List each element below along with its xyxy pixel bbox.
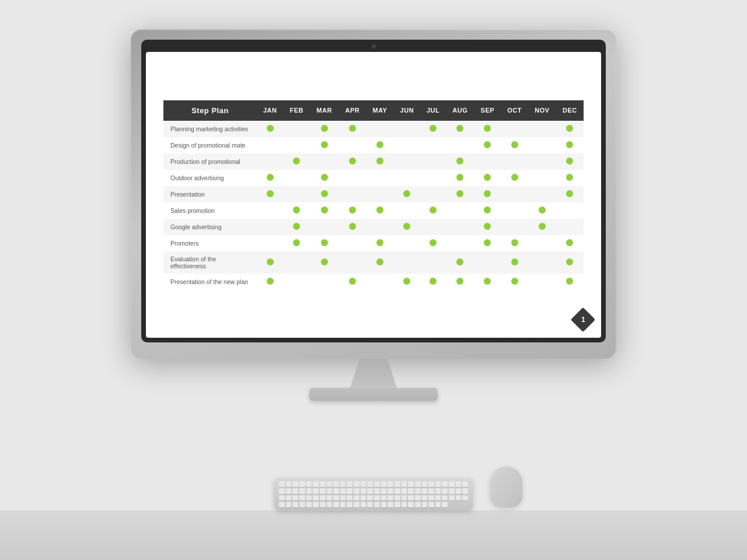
activity-dot: [456, 174, 463, 181]
mouse: [490, 467, 522, 508]
row-cell: [420, 235, 446, 251]
activity-dot: [456, 258, 463, 265]
activity-dot: [267, 174, 274, 181]
row-cell: [283, 153, 309, 170]
activity-dot: [321, 141, 328, 148]
row-cell: [310, 121, 338, 137]
activity-dot: [267, 258, 274, 265]
row-cell: [394, 219, 420, 235]
row-cell: [366, 186, 393, 202]
row-cell: [420, 153, 446, 170]
table-row: Promoters: [163, 235, 584, 251]
row-cell: [338, 170, 366, 186]
table-row: Google advertising: [163, 219, 584, 235]
row-cell: [446, 219, 474, 235]
activity-dot: [484, 141, 491, 148]
table-header-apr: APR: [338, 100, 366, 121]
row-cell: [501, 219, 528, 235]
row-cell: [528, 274, 556, 290]
row-cell: [394, 186, 420, 202]
activity-dot: [293, 239, 300, 246]
activity-dot: [267, 190, 274, 197]
page-number: 1: [581, 316, 585, 324]
row-cell: [501, 121, 528, 137]
row-cell: [556, 274, 584, 290]
row-cell: [528, 202, 556, 219]
row-cell: [556, 137, 584, 153]
monitor-stand-base: [309, 388, 438, 401]
activity-dot: [484, 239, 491, 246]
activity-dot: [456, 158, 463, 164]
activity-dot: [566, 141, 573, 148]
monitor-stand-neck: [350, 359, 397, 388]
table-header-sep: SEP: [474, 100, 501, 121]
screen: Step Plan JAN FEB MAR APR MAY JUN JUL AU…: [146, 52, 601, 338]
row-cell: [394, 153, 420, 170]
activity-dot: [539, 206, 546, 214]
activity-dot: [566, 174, 573, 181]
row-cell: [338, 137, 366, 153]
table-header-feb: FEB: [283, 100, 309, 121]
row-cell: [556, 153, 584, 170]
activity-dot: [484, 278, 491, 285]
activity-dot: [376, 158, 383, 164]
row-cell: [446, 186, 474, 202]
row-cell: [446, 170, 474, 186]
table-header-oct: OCT: [501, 100, 528, 121]
row-cell: [474, 137, 501, 153]
row-cell: [283, 121, 309, 137]
table-header-nov: NOV: [528, 100, 556, 121]
table-row: Presentation: [163, 186, 584, 202]
row-cell: [257, 186, 283, 202]
activity-dot: [321, 206, 328, 214]
activity-dot: [349, 206, 356, 214]
row-cell: [310, 153, 338, 170]
row-cell: [446, 274, 474, 290]
row-cell: [366, 219, 393, 235]
row-cell: [310, 251, 338, 274]
row-cell: [474, 274, 501, 290]
desk: [0, 510, 747, 560]
row-cell: [257, 137, 283, 153]
row-cell: [556, 219, 584, 235]
row-cell: [394, 170, 420, 186]
table-row: Sales promotion: [163, 202, 584, 219]
activity-dot: [566, 158, 573, 164]
row-cell: [501, 202, 528, 219]
table-header-dec: DEC: [556, 100, 584, 121]
row-cell: [528, 170, 556, 186]
row-cell: [257, 202, 283, 219]
activity-dot: [349, 125, 356, 132]
row-cell: [338, 274, 366, 290]
activity-dot: [321, 174, 328, 181]
row-cell: [501, 235, 528, 251]
activity-dot: [430, 206, 437, 214]
table-row: Planning marketing activities: [163, 121, 584, 137]
activity-dot: [430, 239, 437, 246]
row-cell: [420, 274, 446, 290]
monitor-bezel: Step Plan JAN FEB MAR APR MAY JUN JUL AU…: [141, 40, 606, 342]
row-label: Design of promotional mate: [163, 137, 257, 153]
row-label: Presentation of the new plan: [163, 274, 257, 290]
row-cell: [474, 202, 501, 219]
row-label: Outdoor advertising: [163, 170, 257, 186]
row-cell: [420, 202, 446, 219]
activity-dot: [511, 141, 518, 148]
row-cell: [556, 121, 584, 137]
activity-dot: [566, 125, 573, 132]
activity-dot: [566, 258, 573, 265]
row-cell: [283, 170, 309, 186]
activity-dot: [456, 190, 463, 197]
activity-dot: [376, 141, 383, 148]
row-label: Sales promotion: [163, 202, 257, 219]
table-row: Production of promotional: [163, 153, 584, 170]
row-cell: [310, 219, 338, 235]
row-cell: [310, 170, 338, 186]
row-cell: [283, 219, 309, 235]
row-cell: [283, 251, 309, 274]
row-cell: [283, 186, 309, 202]
row-cell: [257, 153, 283, 170]
row-cell: [394, 202, 420, 219]
activity-dot: [349, 278, 356, 285]
activity-dot: [376, 239, 383, 246]
